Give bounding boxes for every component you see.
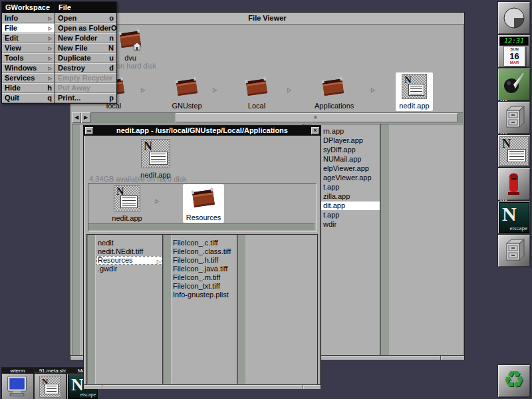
column-3 <box>245 235 316 384</box>
path-item-label: nedit.app <box>107 214 147 222</box>
list-item[interactable]: NUMail.app <box>323 155 380 164</box>
list-item[interactable]: syDiff.app <box>323 146 380 154</box>
submenu-arrow-icon: ▷ <box>49 63 52 73</box>
postbox-icon <box>501 170 527 197</box>
dock-tile-nedit[interactable]: N <box>497 134 531 168</box>
list-item[interactable]: wdir <box>323 220 380 229</box>
path-item-label: Local <box>238 102 275 110</box>
list-item[interactable]: rn.app <box>323 127 380 136</box>
list-item[interactable]: DPlayer.app <box>323 136 380 145</box>
netscape-icon: N etscape <box>499 202 529 233</box>
list-item[interactable]: FileIcon_.java.tiff <box>173 265 237 273</box>
column-scrollbar[interactable] <box>87 235 96 384</box>
menu-item-edit[interactable]: Edit▷ <box>2 33 55 43</box>
menu-item-windows[interactable]: Windows▷ <box>2 63 55 73</box>
menu-item-tools[interactable]: Tools▷ <box>2 53 55 63</box>
file-viewer-titlebar[interactable]: File Viewer <box>70 13 464 25</box>
list-item[interactable]: Info-gnustep.plist <box>173 291 237 299</box>
list-item[interactable]: t.app <box>323 183 380 192</box>
path-item-resources-selected[interactable]: Resources <box>183 184 224 223</box>
column-1: nedit nedit.NEdit.tiff Resources ▷ .gwdi… <box>96 235 162 384</box>
close-button[interactable]: × <box>311 127 319 134</box>
list-item[interactable]: FileIcon_.c.tiff <box>173 239 237 247</box>
list-item-selected[interactable]: dit.app <box>321 201 382 210</box>
list-item[interactable]: .gwdir <box>98 265 162 273</box>
menu-item-new-folder[interactable]: New Foldern <box>55 33 116 43</box>
column-scrollbar[interactable] <box>72 124 81 356</box>
branch-arrow-icon: ▷ <box>157 257 161 265</box>
folder-icon <box>244 74 269 99</box>
dock-tile-draw[interactable]: ... <box>497 68 531 101</box>
dock-tile-gnustep[interactable] <box>497 1 531 35</box>
branch-arrow-icon: ▷ <box>371 87 375 93</box>
menu-item-services[interactable]: Services▷ <box>2 73 55 83</box>
path-item-label: Resources <box>183 213 224 221</box>
scrollbar-knob[interactable] <box>176 113 458 122</box>
scroll-right-button[interactable]: ▶ <box>81 112 90 123</box>
menu-item-print[interactable]: Print...p <box>55 93 116 103</box>
horizontal-scrollbar[interactable]: ◀ ▶ <box>72 112 463 123</box>
list-item[interactable]: elpViewer.app <box>323 164 380 173</box>
miniwindow-wterm[interactable]: wterm <box>1 367 34 399</box>
menu-item-empty-recycler: Empty Recycler <box>55 73 116 83</box>
submenu-title[interactable]: File <box>55 2 116 13</box>
branch-arrow-icon: ▷ <box>287 87 291 93</box>
resize-bar[interactable] <box>84 384 321 389</box>
menu-item-hide[interactable]: Hideh <box>2 83 55 93</box>
path-item-applications[interactable]: Applications <box>315 74 352 110</box>
menu-item-duplicate[interactable]: Duplicateu <box>55 53 116 63</box>
menu-item-open-as-folder[interactable]: Open as FolderO <box>55 23 116 33</box>
dock-tile-netscape[interactable]: N etscape <box>497 201 531 234</box>
list-item[interactable]: t.app <box>323 211 380 219</box>
nedit-app-icon: N <box>402 74 427 99</box>
path-item-gnustep[interactable]: GNUstep <box>168 74 205 110</box>
list-item[interactable]: FileIcon_.h.tiff <box>173 256 237 265</box>
scroll-left-button[interactable]: ◀ <box>72 112 81 123</box>
column-scrollbar[interactable] <box>162 235 172 384</box>
submenu-arrow-icon: ▷ <box>49 53 52 63</box>
dock-tile-mail[interactable]: ... <box>497 168 531 201</box>
list-item[interactable]: FileIcon_.m.tiff <box>173 273 237 282</box>
miniaturize-button[interactable] <box>85 127 93 134</box>
nedit-browser-window: nedit.app - /usr/local/GNUstep/Local/App… <box>83 125 321 389</box>
home-folder-icon <box>118 26 143 51</box>
path-item-local2[interactable]: Local <box>238 74 275 110</box>
list-item[interactable]: ageViewer.app <box>323 174 380 182</box>
column-scrollbar[interactable] <box>237 235 246 384</box>
list-item[interactable]: FileIcon_txt.tiff <box>173 282 237 291</box>
menu-item-file[interactable]: File▷ <box>2 23 55 33</box>
menu-item-destroy[interactable]: Destroyd <box>55 63 116 73</box>
menu-item-put-away: Put Away <box>55 83 116 93</box>
miniwindow-nedit-doc[interactable]: ...91.meta.shtml N <box>34 367 66 399</box>
path-item-nedit-selected[interactable]: N nedit.app <box>396 72 433 111</box>
folder-icon <box>321 74 346 99</box>
list-item[interactable]: zilla.app <box>323 192 380 201</box>
menu-item-quit[interactable]: Quitq <box>2 93 55 103</box>
shelf-item-nedit[interactable]: N nedit.app <box>134 139 178 179</box>
list-item-selected[interactable]: Resources ▷ <box>96 256 162 265</box>
submenu-arrow-icon: ▷ <box>49 13 52 23</box>
menu-item-info[interactable]: Info▷ <box>2 13 55 23</box>
empty-column <box>389 124 462 356</box>
menu-item-open[interactable]: Openo <box>55 13 116 23</box>
menu-title[interactable]: GWorkspace <box>2 2 55 13</box>
nedit-window-titlebar[interactable]: nedit.app - /usr/local/GNUstep/Local/App… <box>84 126 321 136</box>
column-2: FileIcon_.c.tiff FileIcon_.class.tiff Fi… <box>171 235 237 384</box>
dock-tile-clock[interactable]: 12:31 SUN 16 MAR <box>497 35 531 68</box>
branch-arrow-icon: ▷ <box>155 198 159 204</box>
column-scrollbar[interactable] <box>380 124 390 356</box>
list-item[interactable]: nedit.NEdit.tiff <box>98 247 162 256</box>
dock-tile-server[interactable] <box>497 234 531 267</box>
submenu-arrow-icon: ▷ <box>49 23 52 33</box>
recycler-tile[interactable]: ♻ <box>497 364 531 398</box>
desktop: File Viewer dvu on hard disk local ▷ GNU… <box>0 0 532 399</box>
list-item[interactable]: FileIcon_.class.tiff <box>173 247 237 256</box>
path-scrollbar[interactable] <box>88 223 315 230</box>
menu-item-view[interactable]: View▷ <box>2 43 55 53</box>
dock-tile-cabinet[interactable]: ... <box>497 101 531 134</box>
folder-icon <box>190 184 217 211</box>
menu-item-new-file[interactable]: New FileN <box>55 43 116 53</box>
list-item[interactable]: nedit <box>98 239 162 247</box>
branch-arrow-icon: ▷ <box>213 87 217 93</box>
path-item-nedit[interactable]: N nedit.app <box>107 185 147 222</box>
